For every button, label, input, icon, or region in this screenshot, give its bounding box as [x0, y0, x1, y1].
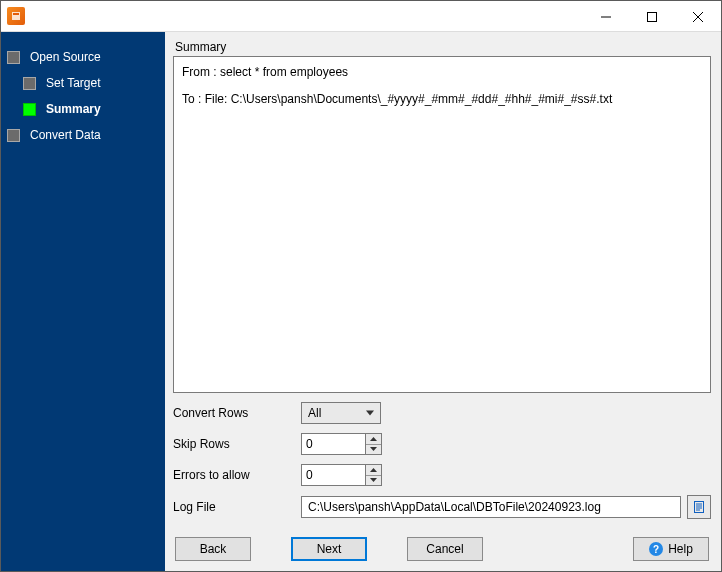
- button-label: Cancel: [426, 542, 463, 556]
- input-skip-rows[interactable]: [301, 433, 365, 455]
- sidebar-item-label: Open Source: [30, 50, 101, 64]
- row-log-file: Log File: [173, 495, 711, 519]
- step-box-icon: [23, 77, 36, 90]
- app-icon: [7, 7, 25, 25]
- svg-rect-3: [648, 12, 657, 21]
- main-panel: Summary From : select * from employees T…: [165, 32, 721, 571]
- cancel-button[interactable]: Cancel: [407, 537, 483, 561]
- sidebar-item-summary[interactable]: Summary: [1, 96, 165, 122]
- step-box-icon: [23, 103, 36, 116]
- button-row: Back Next Cancel ? Help: [173, 537, 711, 561]
- summary-to-line: To : File: C:\Users\pansh\Documents\_#yy…: [182, 90, 702, 109]
- next-button[interactable]: Next: [291, 537, 367, 561]
- sidebar-item-label: Summary: [46, 102, 101, 116]
- document-icon: [692, 500, 706, 514]
- step-box-icon: [7, 51, 20, 64]
- input-errors-allow[interactable]: [301, 464, 365, 486]
- titlebar: [1, 1, 721, 32]
- minimize-button[interactable]: [583, 1, 629, 32]
- spinner-skip-rows: [301, 433, 382, 455]
- svg-marker-6: [370, 437, 377, 441]
- body: Open Source Set Target Summary Convert D…: [1, 32, 721, 571]
- help-button[interactable]: ? Help: [633, 537, 709, 561]
- spin-up-icon[interactable]: [366, 465, 381, 476]
- back-button[interactable]: Back: [175, 537, 251, 561]
- spin-down-icon[interactable]: [366, 445, 381, 455]
- svg-marker-8: [370, 468, 377, 472]
- svg-marker-7: [370, 447, 377, 451]
- browse-log-button[interactable]: [687, 495, 711, 519]
- svg-rect-10: [695, 502, 704, 513]
- close-button[interactable]: [675, 1, 721, 32]
- svg-rect-1: [13, 13, 19, 15]
- summary-from-line: From : select * from employees: [182, 63, 702, 82]
- select-convert-rows[interactable]: All: [301, 402, 381, 424]
- row-skip-rows: Skip Rows: [173, 433, 711, 455]
- row-errors-allow: Errors to allow: [173, 464, 711, 486]
- maximize-button[interactable]: [629, 1, 675, 32]
- label-convert-rows: Convert Rows: [173, 406, 301, 420]
- window-controls: [583, 1, 721, 31]
- spin-up-icon[interactable]: [366, 434, 381, 445]
- spin-down-icon[interactable]: [366, 476, 381, 486]
- sidebar-item-label: Set Target: [46, 76, 100, 90]
- label-log-file: Log File: [173, 500, 301, 514]
- wizard-sidebar: Open Source Set Target Summary Convert D…: [1, 32, 165, 571]
- label-errors-allow: Errors to allow: [173, 468, 301, 482]
- app-window: Open Source Set Target Summary Convert D…: [0, 0, 722, 572]
- button-label: Help: [668, 542, 693, 556]
- step-box-icon: [7, 129, 20, 142]
- button-label: Next: [317, 542, 342, 556]
- sidebar-item-convert-data[interactable]: Convert Data: [1, 122, 165, 148]
- section-title: Summary: [173, 40, 711, 54]
- row-convert-rows: Convert Rows All: [173, 402, 711, 424]
- summary-text-area[interactable]: From : select * from employees To : File…: [173, 56, 711, 393]
- spinner-errors-allow: [301, 464, 382, 486]
- sidebar-item-open-source[interactable]: Open Source: [1, 44, 165, 70]
- svg-marker-9: [370, 478, 377, 482]
- button-label: Back: [200, 542, 227, 556]
- help-icon: ?: [649, 542, 663, 556]
- input-log-file[interactable]: [301, 496, 681, 518]
- label-skip-rows: Skip Rows: [173, 437, 301, 451]
- sidebar-item-label: Convert Data: [30, 128, 101, 142]
- sidebar-item-set-target[interactable]: Set Target: [1, 70, 165, 96]
- select-value: All: [308, 406, 321, 420]
